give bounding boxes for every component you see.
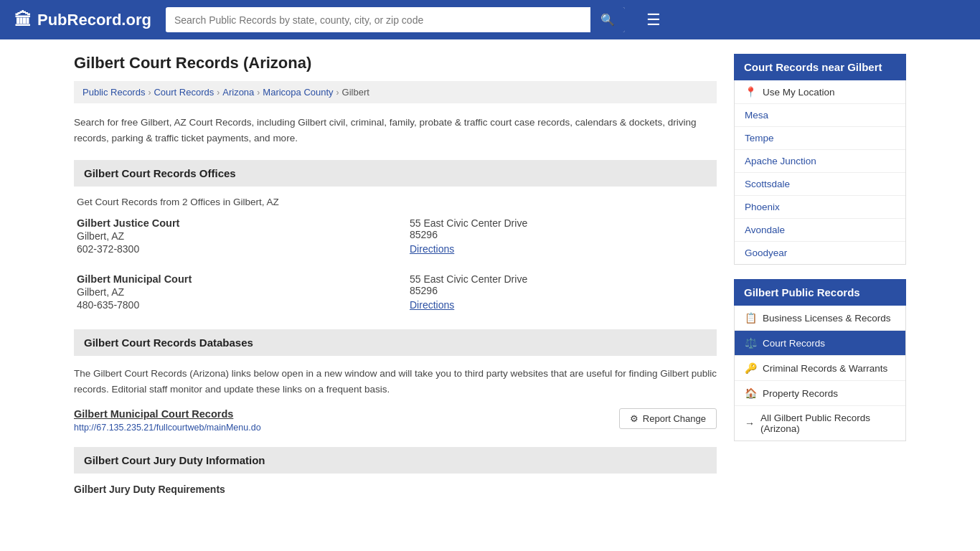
office-2-city: Gilbert, AZ	[77, 286, 381, 298]
nearby-avondale[interactable]: Avondale	[735, 219, 905, 242]
public-records-box: Gilbert Public Records 📋 Business Licens…	[734, 279, 906, 441]
office-1-address: 55 East Civic Center Drive	[410, 217, 714, 229]
office-2-zip: 85296	[410, 285, 714, 296]
office-1-zip: 85296	[410, 229, 714, 240]
breadcrumb-link-arizona[interactable]: Arizona	[222, 87, 254, 98]
use-location-label: Use My Location	[763, 87, 835, 98]
search-bar: 🔍	[166, 7, 625, 32]
offices-section-header: Gilbert Court Records Offices	[74, 160, 717, 187]
report-change-label: Report Change	[643, 413, 706, 424]
sidebar-item-label-criminal: Criminal Records & Warrants	[763, 363, 887, 374]
sidebar-item-criminal-records[interactable]: 🔑 Criminal Records & Warrants	[735, 356, 905, 381]
site-header: 🏛 PubRecord.org 🔍 ☰	[0, 0, 980, 39]
breadcrumb-sep: ›	[336, 88, 339, 98]
office-2-name: Gilbert Municipal Court	[77, 273, 381, 285]
office-entry-1: Gilbert Justice Court Gilbert, AZ 602-37…	[74, 217, 717, 256]
menu-icon[interactable]: ☰	[646, 11, 661, 29]
logo-text: PubRecord.org	[37, 11, 151, 29]
intro-text: Search for free Gilbert, AZ Court Record…	[74, 115, 717, 146]
breadcrumb-link-public-records[interactable]: Public Records	[83, 87, 145, 98]
breadcrumb-sep: ›	[257, 88, 260, 98]
breadcrumb-current: Gilbert	[342, 87, 369, 98]
nearby-tempe[interactable]: Tempe	[735, 127, 905, 150]
breadcrumb: Public Records › Court Records › Arizona…	[74, 81, 717, 103]
office-2-phone: 480-635-7800	[77, 299, 381, 311]
public-records-title: Gilbert Public Records	[734, 279, 906, 306]
sidebar-item-label-business: Business Licenses & Records	[763, 313, 891, 324]
nearby-phoenix[interactable]: Phoenix	[735, 196, 905, 219]
db-link-1[interactable]: Gilbert Municipal Court Records	[74, 408, 619, 420]
sidebar-item-label-all: All Gilbert Public Records (Arizona)	[760, 413, 895, 434]
location-icon: 📍	[745, 86, 757, 98]
jury-subsection-title: Gilbert Jury Duty Requirements	[74, 484, 717, 495]
search-input[interactable]	[166, 9, 590, 32]
office-2-address: 55 East Civic Center Drive	[410, 273, 714, 285]
sidebar-item-label-court: Court Records	[763, 338, 825, 349]
breadcrumb-sep: ›	[148, 88, 151, 98]
office-1-name: Gilbert Justice Court	[77, 217, 381, 229]
breadcrumb-link-maricopa[interactable]: Maricopa County	[263, 87, 333, 98]
office-1-directions[interactable]: Directions	[410, 243, 454, 255]
main-container: Gilbert Court Records (Arizona) Public R…	[60, 39, 920, 524]
offices-subtitle: Get Court Records from 2 Offices in Gilb…	[74, 197, 717, 207]
db-entry-1: Gilbert Municipal Court Records http://6…	[74, 408, 717, 433]
office-1-city: Gilbert, AZ	[77, 230, 381, 242]
sidebar-item-all-records[interactable]: → All Gilbert Public Records (Arizona)	[735, 406, 905, 441]
sidebar: Court Records near Gilbert 📍 Use My Loca…	[734, 54, 906, 495]
databases-section-header: Gilbert Court Records Databases	[74, 329, 717, 356]
nearby-apache-junction[interactable]: Apache Junction	[735, 150, 905, 173]
report-change-icon: ⚙	[630, 413, 639, 424]
use-my-location[interactable]: 📍 Use My Location	[735, 80, 905, 104]
breadcrumb-link-court-records[interactable]: Court Records	[154, 87, 214, 98]
home-icon: 🏠	[745, 387, 757, 399]
nearby-mesa[interactable]: Mesa	[735, 104, 905, 127]
nearby-box: Court Records near Gilbert 📍 Use My Loca…	[734, 54, 906, 265]
logo-icon: 🏛	[14, 10, 32, 30]
breadcrumb-sep: ›	[217, 88, 220, 98]
nearby-goodyear[interactable]: Goodyear	[735, 242, 905, 264]
page-title: Gilbert Court Records (Arizona)	[74, 54, 717, 72]
gavel-icon: ⚖️	[745, 337, 757, 349]
public-records-list: 📋 Business Licenses & Records ⚖️ Court R…	[734, 306, 906, 441]
report-change-button[interactable]: ⚙ Report Change	[619, 408, 717, 429]
key-icon: 🔑	[745, 362, 757, 374]
office-1-phone: 602-372-8300	[77, 243, 381, 255]
nearby-scottsdale[interactable]: Scottsdale	[735, 173, 905, 196]
briefcase-icon: 📋	[745, 312, 757, 324]
sidebar-item-court-records[interactable]: ⚖️ Court Records	[735, 331, 905, 356]
jury-section-header: Gilbert Court Jury Duty Information	[74, 447, 717, 474]
logo[interactable]: 🏛 PubRecord.org	[14, 10, 151, 30]
nearby-list: 📍 Use My Location Mesa Tempe Apache Junc…	[734, 80, 906, 265]
db-url-1[interactable]: http://67.135.235.21/fullcourtweb/mainMe…	[74, 423, 261, 433]
content-area: Gilbert Court Records (Arizona) Public R…	[74, 54, 717, 495]
search-button[interactable]: 🔍	[590, 7, 625, 32]
databases-intro: The Gilbert Court Records (Arizona) link…	[74, 366, 717, 397]
sidebar-item-property-records[interactable]: 🏠 Property Records	[735, 381, 905, 406]
sidebar-item-label-property: Property Records	[763, 388, 838, 399]
nearby-title: Court Records near Gilbert	[734, 54, 906, 80]
office-2-directions[interactable]: Directions	[410, 299, 454, 311]
office-entry-2: Gilbert Municipal Court Gilbert, AZ 480-…	[74, 273, 717, 312]
arrow-icon: →	[745, 418, 755, 429]
sidebar-item-business-licenses[interactable]: 📋 Business Licenses & Records	[735, 306, 905, 331]
